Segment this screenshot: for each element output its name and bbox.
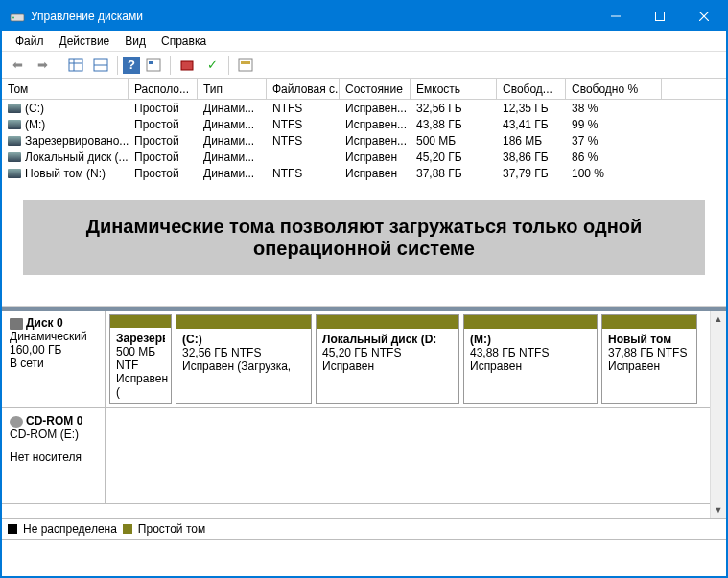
legend-simple: Простой том [138,522,205,536]
partition-color-bar [176,315,311,329]
minimize-button[interactable] [594,2,638,31]
volume-icon [8,136,21,146]
statusbar [2,539,726,558]
check-icon[interactable]: ✓ [200,54,223,77]
menu-view[interactable]: Вид [117,33,153,50]
volume-icon [8,169,21,178]
partition-color-bar [464,315,597,329]
col-freepct[interactable]: Свободно % [566,79,662,99]
col-volume[interactable]: Том [2,79,129,99]
disk-icon [10,318,23,330]
partition[interactable]: Локальный диск (D:45,20 ГБ NTFSИсправен [316,314,459,404]
disk-graphical-view: Диск 0 Динамический 160,00 ГБ В сети Зар… [2,307,726,518]
back-button[interactable]: ⬅ [6,54,29,77]
close-button[interactable] [682,2,726,31]
col-state[interactable]: Состояние [340,79,411,99]
menu-help[interactable]: Справка [153,33,214,50]
menu-file[interactable]: Файл [8,33,52,50]
col-free[interactable]: Свобод... [497,79,566,99]
svg-rect-13 [181,61,193,70]
svg-rect-3 [656,12,665,21]
view-list-icon[interactable] [64,54,87,77]
table-row[interactable]: Новый том (N:)ПростойДинами...NTFSИсправ… [2,165,726,181]
info-banner: Динамические тома позволяют загружаться … [23,200,705,275]
legend-simple-swatch [123,524,132,534]
props-icon[interactable] [142,54,165,77]
forward-button[interactable]: ➡ [31,54,54,77]
menu-action[interactable]: Действие [52,33,118,50]
legend: Не распределена Простой том [2,518,726,539]
cdrom-icon [10,416,23,428]
volume-icon [8,104,21,113]
cdrom-label: CD-ROM 0 CD-ROM (E:) Нет носителя [2,408,106,503]
partition[interactable]: Зарезерви500 МБ NTFИсправен ( [109,314,172,404]
partition[interactable]: Новый том37,88 ГБ NTFSИсправен [601,314,697,404]
menubar: Файл Действие Вид Справка [2,31,726,52]
col-filesystem[interactable]: Файловая с... [267,79,340,99]
toolbar: ⬅ ➡ ? ✓ [2,52,726,79]
disk-0-label: Диск 0 Динамический 160,00 ГБ В сети [2,311,106,407]
cdrom-row[interactable]: CD-ROM 0 CD-ROM (E:) Нет носителя [2,408,726,504]
col-capacity[interactable]: Емкость [411,79,497,99]
settings-icon[interactable] [234,54,257,77]
volume-icon [8,152,21,162]
svg-rect-11 [147,59,160,71]
col-layout[interactable]: Располо... [129,79,198,99]
scroll-down-icon[interactable]: ▼ [711,501,726,518]
partition-color-bar [602,315,696,329]
svg-rect-15 [241,61,250,64]
partition-color-bar [317,315,458,329]
vertical-scrollbar[interactable]: ▲ ▼ [710,311,726,518]
table-row[interactable]: (M:)ПростойДинами...NTFSИсправен...43,88… [2,116,726,132]
volume-table: Том Располо... Тип Файловая с... Состоян… [2,79,726,307]
volume-icon [8,120,21,129]
svg-rect-6 [69,59,82,71]
legend-unallocated-swatch [8,524,17,534]
partition-color-bar [110,315,171,328]
titlebar: Управление дисками [2,2,726,31]
col-type[interactable]: Тип [198,79,267,99]
scroll-up-icon[interactable]: ▲ [711,311,726,327]
svg-point-1 [12,17,14,19]
legend-unallocated: Не распределена [23,522,117,536]
help-icon[interactable]: ? [123,57,140,74]
table-row[interactable]: Зарезервировано...ПростойДинами...NTFSИс… [2,132,726,149]
app-icon [10,9,25,24]
view-prop-icon[interactable] [89,54,112,77]
table-row[interactable]: (C:)ПростойДинами...NTFSИсправен...32,56… [2,100,726,116]
table-row[interactable]: Локальный диск (...ПростойДинами...Испра… [2,149,726,165]
refresh-icon[interactable] [176,54,199,77]
maximize-button[interactable] [638,2,682,31]
partition[interactable]: (C:)32,56 ГБ NTFSИсправен (Загрузка, [176,314,312,404]
svg-rect-12 [149,61,153,64]
disk-0-row[interactable]: Диск 0 Динамический 160,00 ГБ В сети Зар… [2,311,726,408]
window-title: Управление дисками [31,10,594,23]
svg-rect-14 [239,59,252,71]
table-header: Том Располо... Тип Файловая с... Состоян… [2,79,726,100]
partition[interactable]: (M:)43,88 ГБ NTFSИсправен [463,314,598,404]
